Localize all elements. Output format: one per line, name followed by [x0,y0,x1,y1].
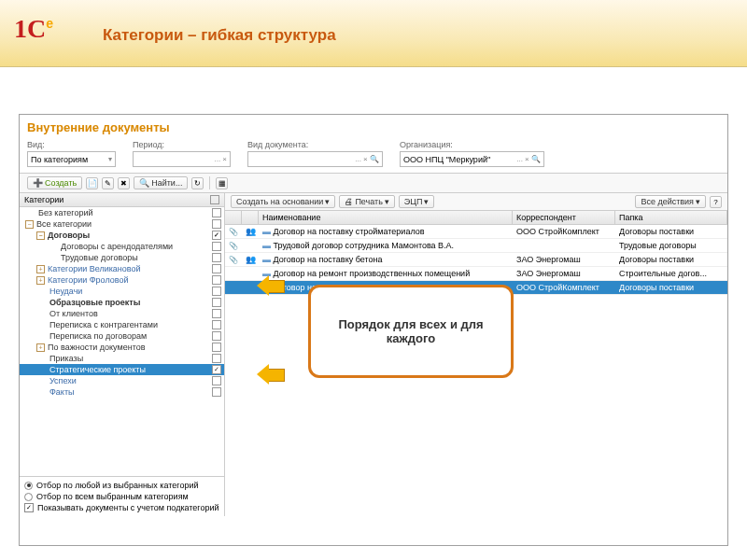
filter-period[interactable]: ... × [133,151,231,167]
ecp-button[interactable]: ЭЦП ▾ [399,195,435,208]
tree-row[interactable]: Неудачи [20,286,224,297]
filter-org[interactable]: ООО НПЦ "Меркурий"... × 🔍 [400,151,544,167]
filter-options: Отбор по любой из выбранных категорий От… [20,476,224,516]
tree-row[interactable]: Без категорий [20,207,224,218]
toolbar: ➕Создать 📄 ✎ ✖ 🔍Найти... ↻ ▦ [20,173,727,193]
table-row[interactable]: ▬ Договор на ремонт производственных пом… [225,267,727,281]
tree-row[interactable]: +По важности документов [20,342,224,353]
radio-any[interactable]: Отбор по любой из выбранных категорий [24,480,219,491]
copy-icon[interactable]: 📄 [86,177,98,189]
filter-view-label: Вид: [27,140,116,149]
tree-row[interactable]: +Категории Великановой [20,263,224,274]
tree-row[interactable]: +Категории Фроловой [20,274,224,286]
callout-box: Порядок для всех и для каждого [308,285,514,378]
tree-row[interactable]: Договоры с арендодателями [20,241,224,252]
tree-row[interactable]: Факты [20,386,224,398]
category-panel: Категории Без категорий−Все категории−До… [20,193,225,516]
table-row[interactable]: 📎▬ Трудовой договор сотрудника Мамонтова… [225,239,727,253]
slide-title: Категории – гибкая структура [103,26,336,45]
grid-header: Наименование Корреспондент Папка [225,211,727,225]
tree-row[interactable]: Трудовые договоры [20,252,224,263]
create-button[interactable]: ➕Создать [27,176,82,189]
arrow-icon [257,275,285,296]
tree-header: Категории [20,193,224,207]
filter-period-label: Период: [133,140,231,149]
tree-row[interactable]: Переписка по договорам [20,330,224,342]
radio-all[interactable]: Отбор по всем выбранным категориям [24,491,219,502]
arrow-icon [257,364,285,385]
filter-doctype-label: Вид документа: [247,140,383,149]
filter-bar: Вид: По категориям▾ Период: ... × Вид до… [20,138,727,173]
refresh-icon[interactable]: ↻ [191,177,204,189]
delete-icon[interactable]: ✖ [118,177,130,189]
tree-row[interactable]: От клиентов [20,308,224,319]
tree-row[interactable]: Переписка с контрагентами [20,319,224,330]
filter-view[interactable]: По категориям▾ [27,151,116,167]
app-title: Внутренние документы [20,115,727,138]
find-button[interactable]: 🔍Найти... [134,176,188,189]
create-on-basis-button[interactable]: Создать на основании ▾ [231,195,335,208]
tree-row[interactable]: Образцовые проекты [20,297,224,308]
tree-row[interactable]: Успехи [20,375,224,386]
help-icon[interactable]: ? [710,196,722,208]
filter-doctype[interactable]: ... × 🔍 [247,151,383,167]
checkbox-subcat[interactable]: ✓Показывать документы с учетом подкатего… [24,502,219,513]
edit-icon[interactable]: ✎ [102,177,114,189]
tree-row[interactable]: Приказы [20,353,224,364]
filter-icon[interactable]: ▦ [216,177,228,189]
tree-row[interactable]: −Договоры✓ [20,230,224,241]
filter-org-label: Организация: [400,140,544,149]
tree-row[interactable]: Стратегические проекты✓ [20,364,224,375]
logo: 1Ce [14,14,53,44]
right-toolbar: Создать на основании ▾ 🖨 Печать ▾ ЭЦП ▾ … [225,193,727,211]
tree-row[interactable]: −Все категории [20,218,224,230]
all-actions-button[interactable]: Все действия ▾ [635,195,706,208]
print-button[interactable]: 🖨 Печать ▾ [339,195,394,208]
table-row[interactable]: 📎👥▬ Договор на поставку стройматериаловО… [225,225,727,239]
table-row[interactable]: 📎👥▬ Договор на поставку бетонаЗАО Энерго… [225,253,727,267]
